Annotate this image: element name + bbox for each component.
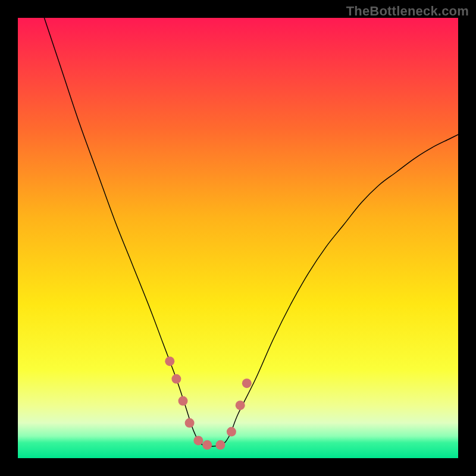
marker-point bbox=[193, 436, 203, 445]
marker-point bbox=[215, 440, 225, 450]
chart-container: { "watermark": "TheBottleneck.com", "cha… bbox=[0, 0, 476, 476]
marker-point bbox=[171, 374, 181, 384]
marker-point bbox=[185, 418, 195, 428]
plot-background bbox=[18, 18, 458, 458]
plot-area bbox=[18, 18, 458, 458]
marker-point bbox=[227, 427, 236, 437]
marker-point bbox=[236, 400, 245, 410]
marker-point bbox=[165, 356, 174, 366]
watermark: TheBottleneck.com bbox=[346, 4, 469, 19]
marker-point bbox=[202, 440, 212, 450]
marker-point bbox=[242, 378, 252, 388]
marker-point bbox=[178, 396, 188, 406]
